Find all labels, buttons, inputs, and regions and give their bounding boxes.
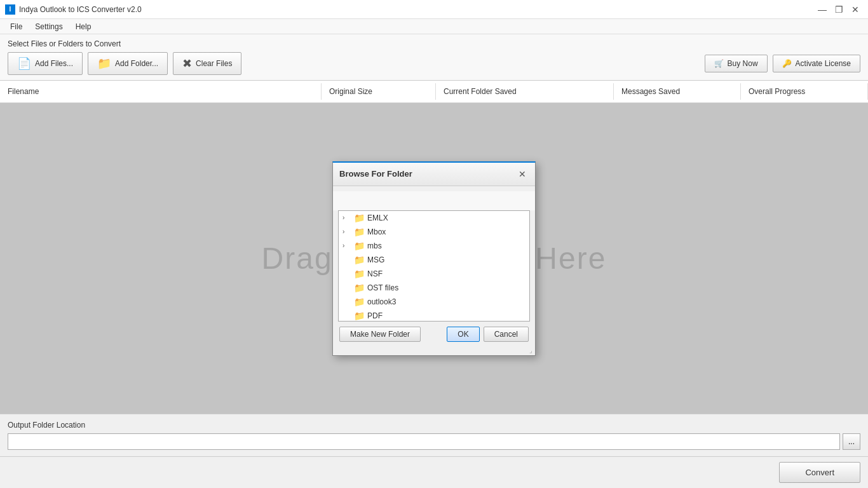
close-button[interactable]: ✕	[848, 3, 863, 16]
folder-name: PDF	[367, 311, 383, 320]
cancel-button[interactable]: Cancel	[484, 327, 529, 342]
convert-button[interactable]: Convert	[779, 462, 860, 483]
toolbar-right: 🛒 Buy Now 🔑 Activate License	[705, 55, 860, 72]
clear-files-icon: ✖	[182, 57, 192, 71]
folder-name: outlook3	[367, 297, 396, 306]
dialog-body: ›📁EMLX›📁Mbox›📁mbs 📁MSG 📁NSF 📁OST files 📁…	[333, 186, 535, 322]
app-icon: I	[5, 4, 15, 15]
folder-name: NSF	[367, 269, 383, 278]
dialog-title: Browse For Folder	[339, 169, 412, 179]
folder-item[interactable]: 📁PDF	[339, 309, 529, 322]
title-bar: I Indya Outlook to ICS Converter v2.0 — …	[0, 0, 868, 19]
folder-item[interactable]: 📁OST files	[339, 281, 529, 295]
main-content: Drag & Drop Files Here Browse For Folder…	[0, 103, 868, 414]
key-icon: 🔑	[782, 59, 792, 68]
activate-license-button[interactable]: 🔑 Activate License	[773, 55, 860, 72]
title-bar-controls: — ❐ ✕	[815, 3, 863, 16]
folder-item[interactable]: ›📁EMLX	[339, 211, 529, 225]
maximize-button[interactable]: ❐	[831, 3, 846, 16]
output-label: Output Folder Location	[8, 421, 860, 430]
add-files-label: Add Files...	[35, 59, 73, 68]
title-bar-left: I Indya Outlook to ICS Converter v2.0	[5, 4, 142, 15]
folder-icon: 📁	[354, 311, 365, 321]
app-title: Indya Outlook to ICS Converter v2.0	[19, 5, 142, 14]
convert-bar: Convert	[0, 456, 868, 488]
add-files-button[interactable]: 📄 Add Files...	[8, 52, 83, 75]
folder-icon: 📁	[354, 227, 365, 237]
folder-icon: 📁	[354, 213, 365, 223]
browse-folder-dialog: Browse For Folder ✕ ›📁EMLX›📁Mbox›📁mbs 📁M…	[332, 161, 536, 356]
toolbar-left: 📄 Add Files... 📁 Add Folder... ✖ Clear F…	[8, 52, 241, 75]
folder-item[interactable]: ›📁Mbox	[339, 225, 529, 239]
dialog-footer: Make New Folder OK Cancel	[333, 322, 535, 347]
folder-name: MSG	[367, 255, 384, 264]
menu-help[interactable]: Help	[71, 21, 97, 32]
clear-files-label: Clear Files	[196, 59, 232, 68]
toolbar-area: Select Files or Folders to Convert 📄 Add…	[0, 34, 868, 81]
col-messages-saved: Messages Saved	[614, 83, 741, 100]
folder-expander[interactable]: ›	[342, 228, 351, 235]
folder-name: OST files	[367, 283, 398, 292]
dialog-path-area	[333, 191, 535, 210]
add-folder-button[interactable]: 📁 Add Folder...	[88, 52, 168, 75]
folder-item[interactable]: 📁outlook3	[339, 295, 529, 309]
folder-icon: 📁	[354, 283, 365, 293]
add-folder-icon: 📁	[97, 57, 111, 71]
dialog-resize-handle[interactable]: ⌟	[333, 347, 535, 355]
folder-name: EMLX	[367, 214, 388, 222]
folder-item[interactable]: 📁NSF	[339, 267, 529, 281]
folder-item[interactable]: 📁MSG	[339, 253, 529, 267]
minimize-button[interactable]: —	[815, 3, 830, 16]
folder-tree[interactable]: ›📁EMLX›📁Mbox›📁mbs 📁MSG 📁NSF 📁OST files 📁…	[338, 210, 530, 322]
folder-icon: 📁	[354, 297, 365, 307]
add-folder-label: Add Folder...	[115, 59, 158, 68]
make-new-folder-button[interactable]: Make New Folder	[339, 327, 421, 342]
col-original-size: Original Size	[322, 83, 436, 100]
toolbar-label: Select Files or Folders to Convert	[8, 39, 860, 48]
resize-icon: ⌟	[529, 347, 532, 354]
clear-files-button[interactable]: ✖ Clear Files	[173, 52, 241, 75]
folder-name: mbs	[367, 241, 382, 250]
dialog-titlebar: Browse For Folder ✕	[333, 163, 535, 186]
col-current-folder-saved: Current Folder Saved	[436, 83, 614, 100]
buy-now-label: Buy Now	[728, 59, 758, 68]
col-filename: Filename	[0, 83, 322, 100]
folder-icon: 📁	[354, 269, 365, 279]
ok-button[interactable]: OK	[447, 327, 479, 342]
menu-file[interactable]: File	[5, 21, 27, 32]
folder-item[interactable]: ›📁mbs	[339, 239, 529, 253]
add-files-icon: 📄	[17, 57, 31, 71]
output-input-row: ...	[8, 433, 860, 450]
folder-expander[interactable]: ›	[342, 242, 351, 249]
output-path-input[interactable]	[8, 433, 840, 450]
output-section: Output Folder Location ...	[0, 414, 868, 456]
buy-now-button[interactable]: 🛒 Buy Now	[705, 55, 768, 72]
menu-settings[interactable]: Settings	[30, 21, 67, 32]
output-browse-button[interactable]: ...	[843, 433, 860, 450]
folder-icon: 📁	[354, 241, 365, 251]
folder-name: Mbox	[367, 227, 386, 236]
dialog-close-button[interactable]: ✕	[516, 168, 529, 180]
cart-icon: 🛒	[714, 59, 724, 68]
modal-overlay: Browse For Folder ✕ ›📁EMLX›📁Mbox›📁mbs 📁M…	[0, 103, 868, 414]
folder-expander[interactable]: ›	[342, 214, 351, 221]
table-header: Filename Original Size Current Folder Sa…	[0, 81, 868, 103]
menu-bar: File Settings Help	[0, 19, 868, 34]
folder-icon: 📁	[354, 255, 365, 265]
toolbar-buttons: 📄 Add Files... 📁 Add Folder... ✖ Clear F…	[8, 52, 860, 75]
col-overall-progress: Overall Progress	[741, 83, 868, 100]
activate-license-label: Activate License	[796, 59, 851, 68]
